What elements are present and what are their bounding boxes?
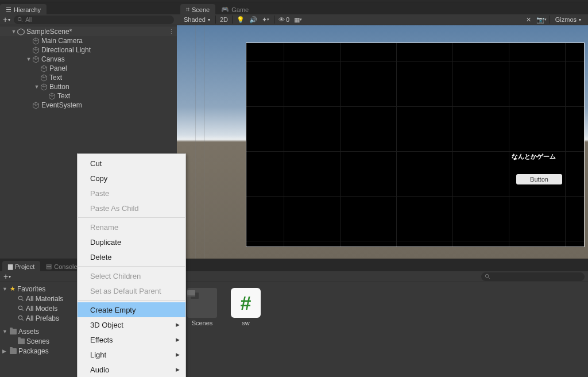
svg-line-6	[22, 299, 24, 301]
svg-point-9	[18, 316, 22, 319]
context-menu-item[interactable]: Audio▶	[78, 362, 185, 377]
shading-mode-dropdown[interactable]: Shaded ▾	[180, 15, 214, 25]
star-icon: ★	[10, 285, 16, 293]
svg-line-10	[22, 319, 24, 321]
submenu-arrow-icon: ▶	[176, 322, 180, 328]
submenu-arrow-icon: ▶	[176, 352, 180, 357]
hierarchy-search-input[interactable]: All	[14, 16, 174, 24]
asset-label: sw	[242, 320, 249, 326]
folder-icon: ▆	[8, 263, 13, 270]
csharp-script-icon: #	[231, 288, 261, 318]
context-menu-item[interactable]: Delete	[78, 249, 185, 264]
hierarchy-item[interactable]: Directional Light	[0, 45, 177, 55]
grid-dropdown-icon[interactable]: ▦▾	[292, 15, 304, 25]
search-icon	[485, 274, 490, 279]
project-add-button[interactable]: +▾	[3, 272, 11, 281]
folder-thumb-icon	[187, 288, 217, 318]
hierarchy-tab-label: Hierarchy	[14, 6, 41, 13]
context-menu-item[interactable]: Effects▶	[78, 332, 185, 347]
camera-dropdown-icon[interactable]: 📷▾	[535, 15, 548, 25]
context-menu-item[interactable]: Duplicate	[78, 234, 185, 249]
scene-viewport[interactable]: なんとかゲーム Button	[177, 25, 588, 259]
game-tab-icon: 🎮	[221, 6, 229, 13]
search-placeholder: All	[25, 17, 32, 23]
hierarchy-item[interactable]: ▼Button	[0, 82, 177, 91]
hierarchy-item[interactable]: Main Camera	[0, 36, 177, 45]
folder-icon	[10, 348, 17, 354]
context-menu-item: Paste As Child	[78, 201, 185, 216]
asset-label: Scenes	[192, 320, 213, 326]
context-menu-item: Select Children	[78, 268, 185, 283]
context-menu-item: Set as Default Parent	[78, 283, 185, 298]
scene-row[interactable]: ▼ SampleScene* ⋮	[0, 27, 177, 36]
asset-item[interactable]: #sw	[229, 288, 263, 326]
svg-point-3	[485, 274, 489, 278]
hidden-objects-button[interactable]: 👁0	[276, 15, 292, 25]
hierarchy-icon: ☰	[6, 6, 11, 13]
unity-scene-icon	[17, 28, 25, 36]
hierarchy-item[interactable]: Text	[0, 73, 177, 82]
search-icon	[17, 17, 23, 22]
scene-panel: ⌗ Scene 🎮 Game Shaded ▾ 2D 💡 🔊 ✦▾ 👁0 ▦▾	[177, 2, 588, 259]
tab-project[interactable]: ▆ Project	[2, 261, 40, 271]
context-menu-item[interactable]: 3D Object▶	[78, 317, 185, 332]
fold-toggle-icon[interactable]: ▼	[10, 29, 17, 34]
chevron-down-icon: ▾	[208, 17, 210, 22]
fx-toggle-icon[interactable]: ✦▾	[260, 15, 272, 25]
hierarchy-tab[interactable]: ☰ Hierarchy	[0, 4, 47, 14]
console-icon: ▤	[46, 263, 52, 270]
svg-line-4	[488, 277, 490, 279]
gizmos-dropdown[interactable]: Gizmos ▾	[552, 15, 585, 25]
scene-name-label: SampleScene*	[26, 28, 72, 36]
audio-toggle-icon[interactable]: 🔊	[247, 15, 260, 25]
svg-line-8	[22, 309, 24, 311]
project-search-input[interactable]	[481, 272, 585, 281]
project-content[interactable]: Scenes#sw	[177, 282, 588, 377]
fold-toggle-icon[interactable]: ▼	[25, 56, 32, 62]
context-menu-item[interactable]: Copy	[78, 171, 185, 186]
svg-point-7	[18, 306, 22, 309]
context-menu-item: Rename	[78, 220, 185, 234]
hierarchy-item[interactable]: EventSystem	[0, 101, 177, 110]
svg-point-0	[18, 17, 21, 21]
2d-toggle-button[interactable]: 2D	[218, 15, 230, 25]
svg-point-5	[18, 296, 22, 299]
context-menu-item[interactable]: Create Empty	[78, 302, 185, 317]
hierarchy-context-menu: CutCopyPastePaste As ChildRenameDuplicat…	[77, 153, 186, 377]
chevron-down-icon: ▾	[579, 17, 581, 22]
tab-scene[interactable]: ⌗ Scene	[180, 4, 215, 14]
scene-tab-icon: ⌗	[186, 6, 189, 13]
game-title-text[interactable]: なんとかゲーム	[512, 152, 556, 161]
context-menu-item[interactable]: Light▶	[78, 347, 185, 362]
game-button[interactable]: Button	[516, 174, 562, 184]
context-menu-item[interactable]: Cut	[78, 156, 185, 171]
submenu-arrow-icon: ▶	[176, 337, 180, 343]
scene-menu-icon[interactable]: ⋮	[168, 28, 175, 36]
folder-icon	[18, 338, 25, 344]
folder-icon	[10, 329, 17, 334]
tab-game[interactable]: 🎮 Game	[215, 4, 254, 14]
hierarchy-tree: ▼ SampleScene* ⋮ Main CameraDirectional …	[0, 25, 177, 111]
lighting-toggle-icon[interactable]: 💡	[234, 15, 247, 25]
hierarchy-item[interactable]: ▼Canvas	[0, 55, 177, 64]
tools-icon[interactable]: ✕	[523, 15, 535, 25]
asset-item[interactable]: Scenes	[185, 288, 219, 326]
fold-toggle-icon[interactable]: ▼	[33, 84, 40, 90]
canvas-rect[interactable]: なんとかゲーム Button	[246, 43, 585, 247]
add-button[interactable]: +▾	[3, 15, 10, 24]
svg-line-1	[21, 20, 22, 22]
hierarchy-item[interactable]: Panel	[0, 64, 177, 73]
context-menu-item: Paste	[78, 186, 185, 201]
submenu-arrow-icon: ▶	[176, 367, 180, 372]
hierarchy-item[interactable]: Text	[0, 91, 177, 101]
svg-marker-2	[18, 28, 24, 34]
